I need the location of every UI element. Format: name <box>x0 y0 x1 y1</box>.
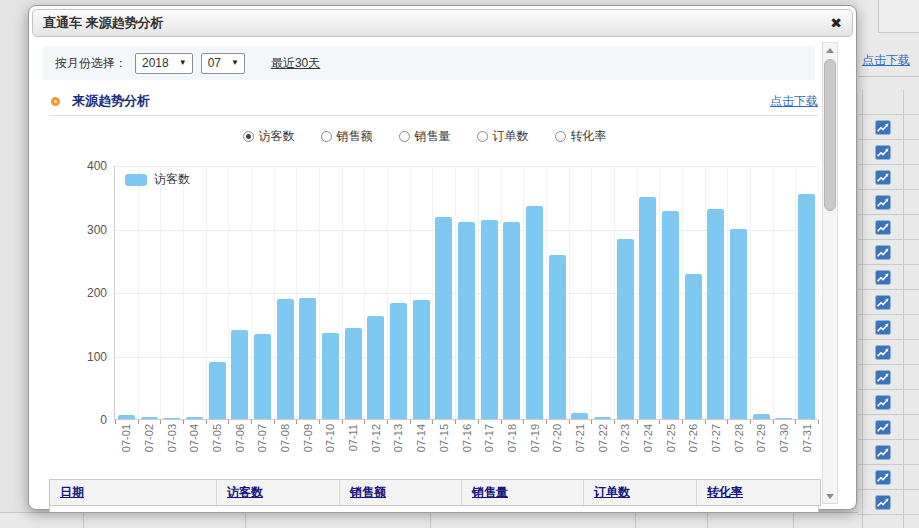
bar-07-23[interactable] <box>617 239 634 419</box>
column-header-link[interactable]: 转化率 <box>707 484 743 501</box>
trend-chart-icon[interactable] <box>875 270 891 285</box>
year-select[interactable]: 2018 ▼ <box>135 53 193 74</box>
column-header-link[interactable]: 销售量 <box>472 484 508 501</box>
bar-07-21[interactable] <box>571 413 588 419</box>
x-axis-tick-label: 07-15 <box>438 424 450 468</box>
metric-radio-订单数[interactable]: 订单数 <box>477 128 529 145</box>
radio-icon[interactable] <box>477 131 488 142</box>
bar-07-08[interactable] <box>277 299 294 419</box>
gridline <box>705 166 706 419</box>
radio-icon[interactable] <box>399 131 410 142</box>
metric-radio-销售量[interactable]: 销售量 <box>399 128 451 145</box>
trend-chart-icon[interactable] <box>875 470 891 485</box>
table-cell <box>862 365 904 389</box>
gridline <box>455 166 456 419</box>
x-axis-tick-label: 07-28 <box>733 424 745 468</box>
scroll-down-icon[interactable] <box>823 489 837 503</box>
recent-30-days-link[interactable]: 最近30天 <box>271 55 320 72</box>
bar-07-10[interactable] <box>322 333 339 419</box>
x-axis-tick-label: 07-24 <box>642 424 654 468</box>
bar-07-27[interactable] <box>707 209 724 419</box>
table-row <box>858 240 919 265</box>
close-icon[interactable]: ✖ <box>830 16 842 30</box>
bar-07-24[interactable] <box>639 197 656 419</box>
trend-chart-icon[interactable] <box>875 345 891 360</box>
x-axis-tick-label: 07-04 <box>188 424 200 468</box>
download-link[interactable]: 点击下载 <box>770 93 818 110</box>
bar-07-28[interactable] <box>730 229 747 420</box>
scrollbar-thumb[interactable] <box>824 59 836 211</box>
bar-07-25[interactable] <box>662 211 679 419</box>
trend-chart-icon[interactable] <box>875 120 891 135</box>
bar-07-31[interactable] <box>798 194 815 419</box>
chart-legend[interactable]: 访客数 <box>125 171 190 188</box>
x-axis-tick-label: 07-30 <box>778 424 790 468</box>
bar-07-11[interactable] <box>345 328 362 419</box>
trend-chart-icon[interactable] <box>875 320 891 335</box>
axis-tick <box>228 420 229 424</box>
trend-chart-icon[interactable] <box>875 445 891 460</box>
dialog-scrollbar[interactable] <box>822 42 838 504</box>
trend-chart-icon[interactable] <box>875 420 891 435</box>
radio-icon[interactable] <box>321 131 332 142</box>
trend-chart-icon[interactable] <box>875 395 891 410</box>
column-header-link[interactable]: 订单数 <box>594 484 630 501</box>
bar-07-17[interactable] <box>481 220 498 419</box>
trend-chart-icon[interactable] <box>875 370 891 385</box>
y-axis-tick-label: 100 <box>55 350 107 364</box>
bar-07-14[interactable] <box>413 300 430 419</box>
bar-07-04[interactable] <box>186 417 203 419</box>
trend-chart-icon[interactable] <box>875 295 891 310</box>
bar-07-26[interactable] <box>685 274 702 419</box>
column-header-link[interactable]: 销售额 <box>350 484 386 501</box>
x-axis-tick-label: 07-11 <box>347 424 359 468</box>
table-row <box>858 515 919 528</box>
trend-chart-icon[interactable] <box>875 170 891 185</box>
radio-icon[interactable] <box>555 131 566 142</box>
column-header-访客数: 访客数 <box>217 480 340 505</box>
year-select-value: 2018 <box>142 56 169 70</box>
metric-radio-访客数[interactable]: 访客数 <box>243 128 295 145</box>
bar-07-07[interactable] <box>254 334 271 419</box>
bar-07-12[interactable] <box>367 316 384 419</box>
background-download-link[interactable]: 点击下载 <box>862 52 910 69</box>
column-header-link[interactable]: 日期 <box>60 484 84 501</box>
trend-chart-icon[interactable] <box>875 195 891 210</box>
dialog-titlebar[interactable]: 直通车 来源趋势分析 ✖ <box>32 9 853 37</box>
column-header-link[interactable]: 访客数 <box>227 484 263 501</box>
x-axis-tick-label: 07-31 <box>801 424 813 468</box>
gridline <box>410 166 411 419</box>
metric-radio-转化率[interactable]: 转化率 <box>555 128 607 145</box>
trend-chart-icon[interactable] <box>875 245 891 260</box>
bar-07-05[interactable] <box>209 362 226 419</box>
trend-chart-icon[interactable] <box>875 220 891 235</box>
bar-07-15[interactable] <box>435 217 452 419</box>
bar-07-20[interactable] <box>549 255 566 419</box>
trend-chart-icon[interactable] <box>875 495 891 510</box>
bar-07-30[interactable] <box>775 418 792 419</box>
gridline <box>183 166 184 419</box>
bar-07-01[interactable] <box>118 415 135 419</box>
metric-radio-销售额[interactable]: 销售额 <box>321 128 373 145</box>
bar-07-16[interactable] <box>458 222 475 419</box>
bar-07-13[interactable] <box>390 303 407 419</box>
x-axis-tick-label: 07-07 <box>256 424 268 468</box>
bar-07-06[interactable] <box>231 330 248 419</box>
scroll-up-icon[interactable] <box>823 43 837 57</box>
bar-07-02[interactable] <box>141 417 158 419</box>
month-select[interactable]: 07 ▼ <box>201 53 245 74</box>
trend-chart-icon[interactable] <box>875 145 891 160</box>
bar-07-19[interactable] <box>526 206 543 419</box>
bar-07-29[interactable] <box>753 414 770 419</box>
y-axis-tick-label: 300 <box>55 223 107 237</box>
x-axis-tick-label: 07-01 <box>120 424 132 468</box>
column-header-日期: 日期 <box>50 480 217 505</box>
radio-icon[interactable] <box>243 131 254 142</box>
bar-07-03[interactable] <box>163 418 180 419</box>
axis-tick <box>342 420 343 424</box>
bar-07-22[interactable] <box>594 417 611 419</box>
radio-label: 转化率 <box>571 128 607 145</box>
bar-07-18[interactable] <box>503 222 520 419</box>
gridline <box>591 166 592 419</box>
bar-07-09[interactable] <box>299 298 316 419</box>
